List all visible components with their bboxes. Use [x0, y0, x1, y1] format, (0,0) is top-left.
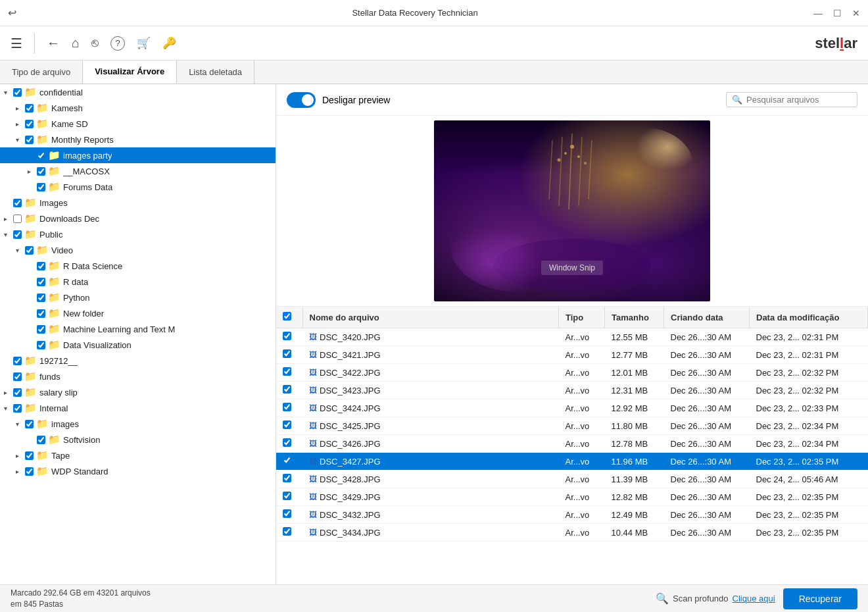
table-row[interactable]: 🖼 DSC_3424.JPG Ar...vo 12.92 MB Dec 26..… — [276, 399, 868, 417]
tree-checkbox[interactable] — [37, 293, 45, 302]
table-row[interactable]: 🖼 DSC_3434.JPG Ar...vo 10.44 MB Dec 26..… — [276, 524, 868, 542]
search-box[interactable]: 🔍 — [726, 92, 857, 107]
tree-checkbox[interactable] — [37, 278, 45, 286]
tree-item[interactable]: ▸ 📁 Images — [0, 195, 276, 211]
tree-checkbox[interactable] — [25, 467, 34, 476]
tree-checkbox[interactable] — [25, 246, 34, 255]
table-row[interactable]: 🖼 DSC_3428.JPG Ar...vo 11.39 MB Dec 26..… — [276, 471, 868, 488]
table-row[interactable]: 🖼 DSC_3425.JPG Ar...vo 11.80 MB Dec 26..… — [276, 417, 868, 435]
row-check-cell[interactable] — [276, 471, 302, 488]
preview-toggle-switch[interactable] — [287, 92, 316, 108]
tree-chevron[interactable]: ▸ — [28, 168, 37, 175]
tree-checkbox[interactable] — [25, 136, 34, 144]
row-check-cell[interactable] — [276, 506, 302, 524]
row-check-cell[interactable] — [276, 399, 302, 417]
row-checkbox[interactable] — [283, 456, 291, 465]
close-button[interactable]: ✕ — [852, 8, 860, 18]
search-input[interactable] — [746, 95, 845, 105]
tree-chevron[interactable]: ▸ — [16, 452, 25, 459]
tree-chevron[interactable]: ▾ — [16, 247, 25, 254]
tree-item[interactable]: ▸ 📁 Softvision — [0, 432, 276, 447]
tree-checkbox[interactable] — [37, 309, 45, 318]
tree-chevron[interactable]: ▾ — [4, 231, 13, 238]
tree-item[interactable]: ▸ 📁 R Data Science — [0, 258, 276, 274]
row-check-cell[interactable] — [276, 453, 302, 471]
tree-item[interactable]: ▸ 📁 WDP Standard — [0, 463, 276, 479]
tree-checkbox[interactable] — [13, 199, 22, 207]
tree-item[interactable]: ▸ 📁 funds — [0, 369, 276, 384]
row-checkbox[interactable] — [283, 492, 291, 500]
back-button[interactable]: ← — [47, 36, 60, 51]
tree-item[interactable]: ▸ 📁 Machine Learning and Text M — [0, 321, 276, 337]
tree-chevron[interactable]: ▸ — [16, 105, 25, 112]
tree-item[interactable]: ▸ 📁 Kamesh — [0, 100, 276, 116]
row-check-cell[interactable] — [276, 346, 302, 364]
row-checkbox[interactable] — [283, 438, 291, 447]
tree-item[interactable]: ▸ 📁 Tape — [0, 447, 276, 463]
table-row[interactable]: 🖼 DSC_3429.JPG Ar...vo 12.82 MB Dec 26..… — [276, 488, 868, 506]
tree-item[interactable]: ▸ 📁 192712__ — [0, 353, 276, 369]
tree-chevron[interactable]: ▾ — [16, 421, 25, 428]
table-row[interactable]: 🖼 DSC_3422.JPG Ar...vo 12.01 MB Dec 26..… — [276, 364, 868, 382]
tree-item[interactable]: ▸ 📁 images party — [0, 147, 276, 163]
tree-checkbox[interactable] — [25, 104, 34, 113]
row-check-cell[interactable] — [276, 435, 302, 453]
row-checkbox[interactable] — [283, 332, 291, 340]
tree-item[interactable]: ▸ 📁 Data Visualization — [0, 337, 276, 353]
menu-icon[interactable]: ☰ — [11, 36, 22, 51]
row-checkbox[interactable] — [283, 421, 291, 429]
table-row[interactable]: 🖼 DSC_3426.JPG Ar...vo 12.78 MB Dec 26..… — [276, 435, 868, 453]
tree-checkbox[interactable] — [37, 262, 45, 270]
tree-item[interactable]: ▸ 📁 Downloads Dec — [0, 211, 276, 226]
tree-item[interactable]: ▾ 📁 images — [0, 416, 276, 432]
row-check-cell[interactable] — [276, 382, 302, 399]
row-checkbox[interactable] — [283, 527, 291, 536]
row-checkbox[interactable] — [283, 509, 291, 518]
tree-checkbox[interactable] — [13, 230, 22, 239]
tree-chevron[interactable]: ▾ — [16, 136, 25, 143]
tree-item[interactable]: ▾ 📁 Internal — [0, 400, 276, 416]
minimize-button[interactable]: — — [813, 8, 823, 18]
select-all-checkbox[interactable] — [283, 312, 291, 320]
table-row[interactable]: 🖼 DSC_3427.JPG Ar...vo 11.96 MB Dec 26..… — [276, 453, 868, 471]
tree-checkbox[interactable] — [37, 436, 45, 444]
tree-checkbox[interactable] — [13, 357, 22, 365]
table-row[interactable]: 🖼 DSC_3420.JPG Ar...vo 12.55 MB Dec 26..… — [276, 328, 868, 346]
tree-checkbox[interactable] — [37, 183, 45, 191]
clique-aqui-link[interactable]: Clique aqui — [733, 594, 775, 603]
tree-item[interactable]: ▸ 📁 R data — [0, 274, 276, 290]
tree-chevron[interactable]: ▸ — [16, 120, 25, 128]
row-checkbox[interactable] — [283, 349, 291, 358]
cart-button[interactable]: 🛒 — [137, 36, 151, 50]
tree-checkbox[interactable] — [13, 88, 22, 97]
tree-item[interactable]: ▸ 📁 __MACOSX — [0, 163, 276, 179]
tree-checkbox[interactable] — [25, 451, 34, 460]
back-icon[interactable]: ↩ — [8, 7, 16, 19]
tree-chevron[interactable]: ▸ — [4, 389, 13, 396]
tree-item[interactable]: ▸ 📁 New folder — [0, 305, 276, 321]
recover-button[interactable]: Recuperar — [783, 588, 857, 609]
row-checkbox[interactable] — [283, 403, 291, 411]
tab-lista-deletada[interactable]: Lista deletada — [177, 61, 254, 84]
tree-checkbox[interactable] — [13, 388, 22, 397]
tree-checkbox[interactable] — [37, 341, 45, 349]
tree-item[interactable]: ▾ 📁 Video — [0, 242, 276, 258]
tree-item[interactable]: ▸ 📁 Python — [0, 290, 276, 305]
row-check-cell[interactable] — [276, 417, 302, 435]
key-button[interactable]: 🔑 — [162, 36, 176, 50]
tree-item[interactable]: ▾ 📁 Public — [0, 226, 276, 242]
table-row[interactable]: 🖼 DSC_3432.JPG Ar...vo 12.49 MB Dec 26..… — [276, 506, 868, 524]
tree-item[interactable]: ▸ 📁 Forums Data — [0, 179, 276, 195]
tree-item[interactable]: ▾ 📁 Monthly Reports — [0, 132, 276, 147]
tree-item[interactable]: ▸ 📁 salary slip — [0, 384, 276, 400]
row-check-cell[interactable] — [276, 524, 302, 542]
tree-checkbox[interactable] — [13, 372, 22, 381]
row-check-cell[interactable] — [276, 328, 302, 346]
tab-visualizar-arvore[interactable]: Visualizar Árvore — [83, 61, 177, 84]
row-checkbox[interactable] — [283, 367, 291, 376]
maximize-button[interactable]: ☐ — [833, 8, 842, 18]
tree-item[interactable]: ▸ 📁 Kame SD — [0, 116, 276, 132]
table-row[interactable]: 🖼 DSC_3423.JPG Ar...vo 12.31 MB Dec 26..… — [276, 382, 868, 399]
col-checkbox[interactable] — [276, 307, 302, 328]
tree-checkbox[interactable] — [37, 167, 45, 176]
